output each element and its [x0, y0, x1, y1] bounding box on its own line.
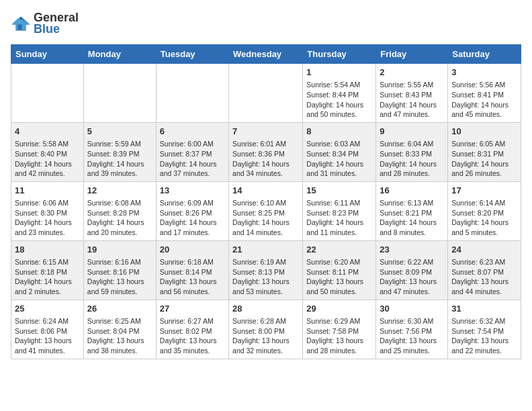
day-info: Sunrise: 6:24 AM Sunset: 8:06 PM Dayligh…	[15, 316, 80, 356]
calendar-day-cell: 14Sunrise: 6:10 AM Sunset: 8:25 PM Dayli…	[229, 181, 303, 240]
day-number: 16	[380, 185, 444, 197]
calendar-table: SundayMondayTuesdayWednesdayThursdayFrid…	[11, 44, 521, 359]
calendar-day-cell	[83, 64, 156, 123]
day-number: 8	[306, 126, 372, 138]
calendar-week-row: 18Sunrise: 6:15 AM Sunset: 8:18 PM Dayli…	[11, 240, 521, 300]
day-number: 19	[87, 244, 152, 256]
calendar-day-header: Wednesday	[229, 45, 303, 64]
calendar-day-cell: 18Sunrise: 6:15 AM Sunset: 8:18 PM Dayli…	[11, 240, 84, 300]
day-number: 22	[306, 244, 372, 256]
calendar-day-cell	[156, 64, 228, 123]
calendar-day-cell: 3Sunrise: 5:56 AM Sunset: 8:41 PM Daylig…	[448, 64, 521, 123]
calendar-day-cell: 12Sunrise: 6:08 AM Sunset: 8:28 PM Dayli…	[83, 181, 156, 240]
calendar-day-header: Friday	[376, 45, 448, 64]
calendar-day-cell: 1Sunrise: 5:54 AM Sunset: 8:44 PM Daylig…	[303, 64, 376, 123]
day-info: Sunrise: 6:13 AM Sunset: 8:21 PM Dayligh…	[380, 198, 444, 238]
day-number: 5	[87, 126, 152, 138]
day-info: Sunrise: 5:54 AM Sunset: 8:44 PM Dayligh…	[306, 80, 372, 120]
day-info: Sunrise: 6:25 AM Sunset: 8:04 PM Dayligh…	[87, 316, 152, 356]
calendar-day-cell: 21Sunrise: 6:19 AM Sunset: 8:13 PM Dayli…	[229, 240, 303, 300]
day-info: Sunrise: 5:55 AM Sunset: 8:43 PM Dayligh…	[380, 80, 444, 120]
day-number: 27	[160, 303, 225, 315]
day-number: 3	[451, 66, 517, 79]
day-info: Sunrise: 6:27 AM Sunset: 8:02 PM Dayligh…	[160, 316, 225, 356]
calendar-day-cell: 28Sunrise: 6:28 AM Sunset: 8:00 PM Dayli…	[229, 300, 303, 359]
day-info: Sunrise: 6:04 AM Sunset: 8:33 PM Dayligh…	[380, 139, 444, 179]
calendar-day-header: Saturday	[448, 45, 521, 64]
day-number: 20	[160, 244, 225, 256]
day-number: 4	[15, 126, 80, 138]
calendar-day-cell: 6Sunrise: 6:00 AM Sunset: 8:37 PM Daylig…	[156, 122, 228, 181]
day-number: 23	[380, 244, 444, 256]
calendar-day-cell: 9Sunrise: 6:04 AM Sunset: 8:33 PM Daylig…	[376, 122, 448, 181]
calendar-day-cell: 23Sunrise: 6:22 AM Sunset: 8:09 PM Dayli…	[376, 240, 448, 300]
calendar-day-cell: 29Sunrise: 6:29 AM Sunset: 7:58 PM Dayli…	[303, 300, 376, 359]
calendar-day-cell: 19Sunrise: 6:16 AM Sunset: 8:16 PM Dayli…	[83, 240, 156, 300]
day-number: 6	[160, 126, 225, 138]
day-number: 12	[87, 185, 152, 197]
day-info: Sunrise: 6:20 AM Sunset: 8:11 PM Dayligh…	[306, 257, 372, 297]
day-info: Sunrise: 6:10 AM Sunset: 8:25 PM Dayligh…	[232, 198, 299, 238]
calendar-day-cell: 11Sunrise: 6:06 AM Sunset: 8:30 PM Dayli…	[11, 181, 84, 240]
day-info: Sunrise: 6:03 AM Sunset: 8:34 PM Dayligh…	[306, 139, 372, 179]
day-info: Sunrise: 6:06 AM Sunset: 8:30 PM Dayligh…	[15, 198, 80, 238]
calendar-day-header: Tuesday	[156, 45, 228, 64]
day-number: 1	[306, 66, 372, 79]
calendar-day-header: Thursday	[303, 45, 376, 64]
calendar-day-cell: 10Sunrise: 6:05 AM Sunset: 8:31 PM Dayli…	[448, 122, 521, 181]
calendar-day-cell: 8Sunrise: 6:03 AM Sunset: 8:34 PM Daylig…	[303, 122, 376, 181]
day-number: 25	[15, 303, 80, 315]
calendar-day-cell: 15Sunrise: 6:11 AM Sunset: 8:23 PM Dayli…	[303, 181, 376, 240]
day-number: 28	[232, 303, 299, 315]
day-number: 24	[451, 244, 517, 256]
day-number: 10	[451, 126, 517, 138]
calendar-week-row: 4Sunrise: 5:58 AM Sunset: 8:40 PM Daylig…	[11, 122, 521, 181]
day-info: Sunrise: 6:16 AM Sunset: 8:16 PM Dayligh…	[87, 257, 152, 297]
logo-text: General Blue	[34, 11, 79, 36]
calendar-header-row: SundayMondayTuesdayWednesdayThursdayFrid…	[11, 45, 521, 64]
calendar-day-cell: 16Sunrise: 6:13 AM Sunset: 8:21 PM Dayli…	[376, 181, 448, 240]
day-info: Sunrise: 5:56 AM Sunset: 8:41 PM Dayligh…	[451, 80, 517, 120]
logo-icon	[11, 15, 31, 32]
day-number: 17	[451, 185, 517, 197]
day-info: Sunrise: 6:11 AM Sunset: 8:23 PM Dayligh…	[306, 198, 372, 238]
day-number: 13	[160, 185, 225, 197]
calendar-week-row: 1Sunrise: 5:54 AM Sunset: 8:44 PM Daylig…	[11, 64, 521, 123]
day-info: Sunrise: 6:18 AM Sunset: 8:14 PM Dayligh…	[160, 257, 225, 297]
calendar-week-row: 11Sunrise: 6:06 AM Sunset: 8:30 PM Dayli…	[11, 181, 521, 240]
day-info: Sunrise: 5:58 AM Sunset: 8:40 PM Dayligh…	[15, 139, 80, 179]
page-header: General Blue	[11, 11, 521, 36]
calendar-day-cell: 27Sunrise: 6:27 AM Sunset: 8:02 PM Dayli…	[156, 300, 228, 359]
logo: General Blue	[11, 11, 79, 36]
calendar-day-cell: 13Sunrise: 6:09 AM Sunset: 8:26 PM Dayli…	[156, 181, 228, 240]
day-info: Sunrise: 6:19 AM Sunset: 8:13 PM Dayligh…	[232, 257, 299, 297]
day-info: Sunrise: 6:09 AM Sunset: 8:26 PM Dayligh…	[160, 198, 225, 238]
day-info: Sunrise: 5:59 AM Sunset: 8:39 PM Dayligh…	[87, 139, 152, 179]
day-number: 21	[232, 244, 299, 256]
day-info: Sunrise: 6:08 AM Sunset: 8:28 PM Dayligh…	[87, 198, 152, 238]
calendar-day-cell: 2Sunrise: 5:55 AM Sunset: 8:43 PM Daylig…	[376, 64, 448, 123]
calendar-day-cell: 22Sunrise: 6:20 AM Sunset: 8:11 PM Dayli…	[303, 240, 376, 300]
day-info: Sunrise: 6:15 AM Sunset: 8:18 PM Dayligh…	[15, 257, 80, 297]
day-info: Sunrise: 6:28 AM Sunset: 8:00 PM Dayligh…	[232, 316, 299, 356]
day-number: 11	[15, 185, 80, 197]
calendar-day-cell	[11, 64, 84, 123]
day-info: Sunrise: 6:05 AM Sunset: 8:31 PM Dayligh…	[451, 139, 517, 179]
day-info: Sunrise: 6:01 AM Sunset: 8:36 PM Dayligh…	[232, 139, 299, 179]
calendar-day-cell: 24Sunrise: 6:23 AM Sunset: 8:07 PM Dayli…	[448, 240, 521, 300]
day-number: 18	[15, 244, 80, 256]
day-number: 9	[380, 126, 444, 138]
day-info: Sunrise: 6:29 AM Sunset: 7:58 PM Dayligh…	[306, 316, 372, 356]
day-number: 14	[232, 185, 299, 197]
day-number: 31	[451, 303, 517, 315]
day-number: 29	[306, 303, 372, 315]
calendar-week-row: 25Sunrise: 6:24 AM Sunset: 8:06 PM Dayli…	[11, 300, 521, 359]
day-number: 26	[87, 303, 152, 315]
day-info: Sunrise: 6:32 AM Sunset: 7:54 PM Dayligh…	[451, 316, 517, 356]
calendar-day-cell	[229, 64, 303, 123]
calendar-day-cell: 26Sunrise: 6:25 AM Sunset: 8:04 PM Dayli…	[83, 300, 156, 359]
day-info: Sunrise: 6:22 AM Sunset: 8:09 PM Dayligh…	[380, 257, 444, 297]
calendar-day-header: Monday	[83, 45, 156, 64]
calendar-day-cell: 20Sunrise: 6:18 AM Sunset: 8:14 PM Dayli…	[156, 240, 228, 300]
calendar-day-cell: 25Sunrise: 6:24 AM Sunset: 8:06 PM Dayli…	[11, 300, 84, 359]
